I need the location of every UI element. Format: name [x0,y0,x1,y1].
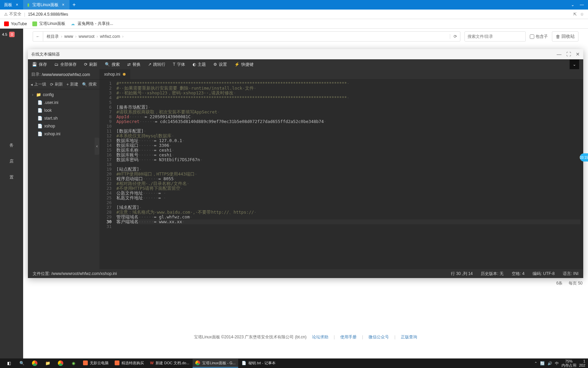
sidebar-path: 目录: /www/wwwroot/whfwz.com [28,70,99,80]
status-space[interactable]: 空格: 4 [512,271,524,277]
tray-sync-icon[interactable]: 🔄 [540,361,545,366]
file-location: 文件位置: /www/wwwroot/whfwz.com/xshop.ini [33,271,117,277]
back-button[interactable]: ← [33,32,43,41]
recycle-button[interactable]: 🗑 回收站 [552,31,578,42]
tray-volume-icon[interactable]: 🔊 [548,361,552,366]
tree-file[interactable]: 📄.user.ini [28,98,99,106]
main-content: ← 根目录›www›wwwroot›whfwz.com› ⟳ 包含子 🗑 回收站… [23,29,588,358]
sidebar-item[interactable]: 店 [10,158,14,164]
footer-link[interactable]: 正版查询 [401,334,417,340]
start-icon[interactable]: ◧ [3,358,15,368]
breadcrumb-segment[interactable]: www [64,34,73,39]
search-button[interactable]: 🔍搜索 [82,81,97,87]
float-timer-badge[interactable]: 03:15 [580,153,588,162]
browser-tab[interactable]: 面板 × [0,0,23,10]
footer-link[interactable]: 使用手册 [340,334,357,340]
new-tab-button[interactable]: + [69,0,79,10]
tree-file[interactable]: 📄look [28,106,99,114]
youtube-icon [4,21,9,26]
goto-button[interactable]: ↗跳转行 [148,62,165,67]
footer-link[interactable]: 微信公众号 [369,334,389,340]
share-icon[interactable]: ⇱ [573,12,577,17]
checkbox[interactable] [530,34,534,39]
tree-file[interactable]: 📄start.sh [28,114,99,122]
tree-folder[interactable]: ›📁config [28,91,99,98]
up-level-button[interactable]: ◂上一级 [31,81,46,87]
editor-tab[interactable]: xshop.ini [99,69,130,79]
search-button[interactable]: 🔍搜索 [105,62,120,67]
collapse-sidebar-icon[interactable]: ‹ [95,138,99,155]
status-rowcol: 行 30 ,列 14 [451,271,473,277]
breadcrumb-segment[interactable]: 根目录 [47,34,59,40]
maximize-icon[interactable]: ⛶ [566,51,571,57]
refresh-button[interactable]: ⟳刷新 [84,62,97,67]
tray-ime-icon[interactable]: 中 [555,361,559,366]
tree-file[interactable]: 📄xshop [28,122,99,130]
star-icon[interactable]: ☆ [580,12,584,17]
breadcrumb-segment[interactable]: whfwz.com [100,34,120,39]
bookmark-cloud[interactable]: ☁ 蓝兔网络 - 共享挂... [71,21,113,27]
tab-label: 宝塔Linux面板 [32,2,59,8]
taskbar-item[interactable]: W新建 DOC 文档.do... [147,359,192,368]
taskbar-item[interactable]: 无影云电脑 [80,359,111,368]
save-all-icon: 🗂 [54,62,59,67]
bookmark-bt[interactable]: 宝塔Linux面板 [32,21,65,27]
font-button[interactable]: T字体 [173,62,185,67]
theme-button[interactable]: ◐主题 [193,62,206,67]
refresh-icon[interactable]: ⟳ [450,34,460,39]
save-button[interactable]: 💾保存 [32,62,47,67]
count-label: 6条 [556,280,563,286]
cloud-icon: ☁ [71,21,76,26]
replace-icon: ⇄ [127,62,131,67]
file-tree: ›📁config📄.user.ini📄look📄start.sh📄xshop📄x… [28,89,99,269]
breadcrumb-segment[interactable]: wwwroot [79,34,95,39]
search-icon: 🔍 [105,62,110,67]
tree-file[interactable]: 📄xshop.ini [28,130,99,138]
sidebar-item[interactable]: 置 [10,174,14,180]
taskbar-item[interactable]: 精选特惠购买 [112,359,147,368]
code-area[interactable]: 1234567891011121314151617181920212223242… [99,80,583,269]
include-sub-checkbox[interactable]: 包含子 [530,34,548,40]
chevron-down-icon[interactable]: ⌄ [571,2,574,7]
sidebar-item[interactable]: 务 [10,142,14,148]
taskbar-item[interactable]: 📄秘钥.txt - 记事本 [239,359,278,368]
new-button[interactable]: +新建 [66,81,78,87]
chrome-icon[interactable] [54,358,67,368]
browser-tab-strip: 面板 × ▮ 宝塔Linux面板 × + ⌄ — [0,0,588,10]
settings-button[interactable]: ⚙设置 [213,62,227,67]
chrome-icon[interactable] [29,358,41,368]
insecure-warning: ⚠ 不安全 [4,11,21,17]
refresh-button[interactable]: ⟳刷新 [50,81,63,87]
url-text[interactable]: 154.209.4.5:8888/files [28,12,68,17]
notification-badge[interactable]: 0 [9,32,15,37]
code-lines[interactable]: #***************************************… [114,80,583,269]
minimize-icon[interactable]: — [580,2,584,7]
chevron-down-icon[interactable]: ⌄ [570,60,579,69]
tray-clock[interactable]: 1202 [579,359,585,367]
taskbar-item[interactable]: 宝塔Linux面板 - G... [193,359,238,368]
gear-icon: ⚙ [213,62,217,67]
close-icon[interactable]: ✕ [576,51,580,57]
chevron-right-icon: › [75,34,77,39]
status-encoding[interactable]: 编码: UTF-8 [533,271,555,277]
replace-button[interactable]: ⇄替换 [127,62,141,67]
close-icon[interactable]: × [15,3,19,7]
memory-indicator[interactable]: 75% 内存占用 [561,359,576,367]
browser-tab[interactable]: ▮ 宝塔Linux面板 × [23,0,69,10]
footer-link[interactable]: 论坛求助 [312,334,328,340]
shortcut-button[interactable]: ⚡快捷键 [234,62,254,67]
search-icon[interactable]: 🔍 [16,358,28,368]
search-input[interactable] [464,31,526,42]
status-lang[interactable]: 语言: INI [563,271,578,277]
bookmark-youtube[interactable]: YouTube [4,21,27,26]
tray-chevron-icon[interactable]: ⌃ [534,361,537,366]
theme-icon: ◐ [193,62,196,67]
close-icon[interactable]: × [61,3,65,7]
save-all-button[interactable]: 🗂全部保存 [54,62,77,67]
editor-window: 在线文本编辑器 — ⛶ ✕ 💾保存 🗂全部保存 ⟳刷新 🔍搜索 ⇄替换 ↗跳转行… [28,49,583,278]
app-icon[interactable]: ◉ [67,358,80,368]
status-history[interactable]: 历史版本: 无 [481,271,504,277]
explorer-icon[interactable]: 📁 [42,358,54,368]
warning-icon: ⚠ [4,12,8,17]
minimize-icon[interactable]: — [557,51,561,57]
